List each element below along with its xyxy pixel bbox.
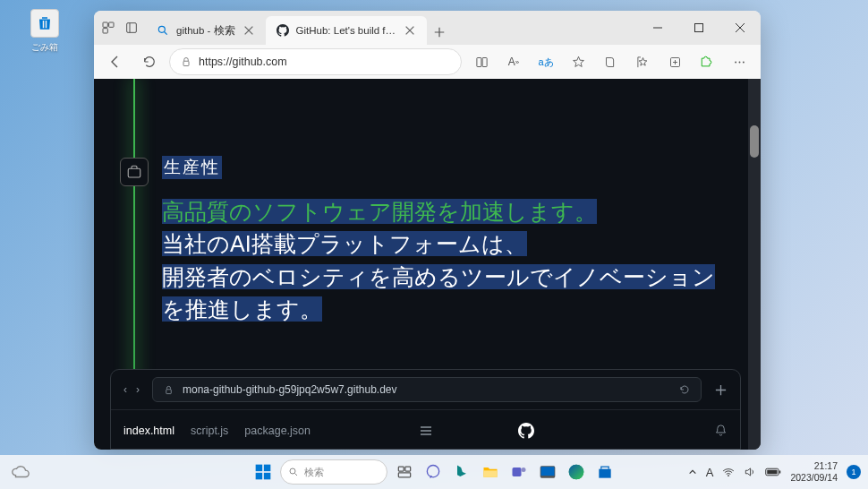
svg-rect-28 (128, 168, 140, 177)
taskbar: 検索 A 21:17 2023/09/14 1 (0, 455, 868, 489)
svg-point-47 (522, 468, 526, 472)
svg-rect-0 (103, 22, 107, 27)
svg-line-6 (165, 32, 167, 35)
lock-icon (181, 56, 191, 67)
tray-chevron-icon[interactable] (688, 468, 697, 476)
extensions-icon[interactable] (693, 47, 721, 76)
refresh-icon[interactable] (679, 384, 690, 395)
svg-point-39 (290, 468, 295, 474)
chat-icon[interactable] (421, 460, 445, 484)
task-view-icon[interactable] (393, 460, 416, 484)
new-tab-button[interactable] (427, 20, 452, 45)
tab-github[interactable]: GitHub: Let's build from here · Gi... (266, 16, 427, 45)
tab-label: github - 検索 (176, 24, 235, 38)
bing-favicon-icon (157, 24, 169, 37)
svg-rect-18 (476, 57, 481, 66)
recycle-bin-label: ごみ箱 (22, 41, 67, 54)
codespace-back-icon[interactable]: ‹ (123, 383, 127, 396)
search-icon (288, 467, 299, 477)
scrollbar[interactable] (748, 79, 761, 450)
ime-mode[interactable]: A (706, 466, 714, 479)
teams-icon[interactable] (507, 460, 531, 484)
refresh-button[interactable] (135, 47, 164, 76)
translate-icon[interactable]: aあ (532, 47, 560, 76)
address-bar[interactable]: https://github.com (169, 48, 462, 75)
menu-icon[interactable] (419, 424, 433, 438)
svg-point-51 (569, 465, 584, 480)
edge-icon[interactable] (565, 460, 588, 484)
svg-rect-1 (109, 22, 114, 27)
page-content: 生産性 高品質のソフトウェア開発を加速します。 当社のAI搭載プラットフォームは… (94, 79, 761, 450)
tray-volume-icon[interactable] (744, 466, 756, 478)
tab-actions-icon[interactable] (124, 21, 139, 35)
headline-green: 高品質のソフトウェア開発を加速します。 (162, 199, 597, 224)
svg-point-25 (735, 61, 736, 63)
svg-rect-49 (541, 467, 555, 476)
more-icon[interactable] (725, 47, 753, 76)
bell-icon[interactable] (714, 424, 728, 437)
svg-rect-54 (768, 470, 778, 475)
favorites-bar-icon[interactable] (628, 47, 657, 76)
svg-point-52 (728, 475, 730, 476)
headline-white-2: 開発者のベロシティを高めるツールでイノベーションを推進します。 (162, 264, 715, 322)
bing-icon[interactable] (450, 460, 473, 484)
close-window-button[interactable] (719, 13, 761, 42)
split-screen-icon[interactable] (467, 47, 496, 76)
svg-rect-19 (482, 57, 487, 66)
scrollthumb[interactable] (750, 125, 759, 158)
lock-icon (164, 385, 174, 395)
minimize-button[interactable] (637, 13, 678, 42)
codespace-panel: ‹ › mona-github-github-g59jpq2w5w7.githu… (110, 369, 741, 450)
maximize-button[interactable] (678, 13, 719, 42)
github-favicon-icon (277, 24, 289, 37)
store-icon[interactable] (593, 460, 617, 484)
clock-time: 21:17 (790, 460, 838, 472)
svg-rect-45 (484, 470, 498, 477)
clock-date: 2023/09/14 (790, 472, 838, 484)
svg-rect-17 (183, 61, 189, 65)
editor-tab-index[interactable]: index.html (123, 425, 174, 437)
svg-point-27 (742, 61, 744, 63)
svg-rect-29 (166, 389, 172, 393)
editor-tab-package[interactable]: package.json (244, 425, 311, 437)
headline: 高品質のソフトウェア開発を加速します。 当社のAI搭載プラットフォームは、 開発… (162, 195, 725, 325)
codespace-forward-icon[interactable]: › (136, 383, 140, 396)
close-icon[interactable] (404, 24, 416, 37)
taskbar-search[interactable]: 検索 (280, 459, 387, 485)
svg-point-26 (738, 61, 740, 63)
svg-point-44 (427, 466, 438, 477)
tray-network-icon[interactable] (722, 466, 735, 478)
svg-rect-43 (398, 473, 410, 477)
svg-rect-3 (127, 23, 137, 33)
svg-rect-41 (398, 467, 404, 471)
weather-widget[interactable] (9, 460, 32, 484)
edge-window: github - 検索 GitHub: Let's build from her… (94, 11, 761, 450)
clock[interactable]: 21:17 2023/09/14 (790, 460, 838, 483)
briefcase-icon (120, 158, 149, 186)
back-button[interactable] (101, 47, 130, 76)
settings-icon[interactable] (536, 460, 559, 484)
recycle-bin[interactable]: ごみ箱 (22, 9, 67, 54)
codespace-url-bar[interactable]: mona-github-github-g59jpq2w5w7.github.de… (152, 377, 702, 402)
workspace-icon[interactable] (101, 21, 115, 35)
toolbar: https://github.com A» aあ (94, 45, 761, 79)
svg-rect-46 (513, 468, 522, 476)
github-mark-icon[interactable] (518, 423, 534, 439)
notification-badge[interactable]: 1 (847, 465, 861, 479)
codespace-add-button[interactable] (714, 383, 728, 397)
tray-battery-icon[interactable] (765, 467, 781, 477)
url-text: https://github.com (199, 56, 287, 68)
headline-white-1: 当社のAI搭載プラットフォームは、 (162, 231, 527, 256)
collections-icon[interactable] (660, 47, 689, 76)
svg-rect-55 (779, 471, 781, 474)
close-icon[interactable] (243, 24, 255, 37)
reading-list-icon[interactable] (596, 47, 625, 76)
text-size-icon[interactable]: A» (499, 47, 528, 76)
tab-label: GitHub: Let's build from here · Gi... (296, 25, 396, 36)
start-button[interactable] (251, 460, 275, 484)
tab-search[interactable]: github - 検索 (146, 16, 266, 45)
explorer-icon[interactable] (479, 460, 502, 484)
recycle-bin-icon (30, 9, 59, 38)
favorite-icon[interactable] (564, 47, 592, 76)
editor-tab-script[interactable]: script.js (191, 425, 228, 437)
